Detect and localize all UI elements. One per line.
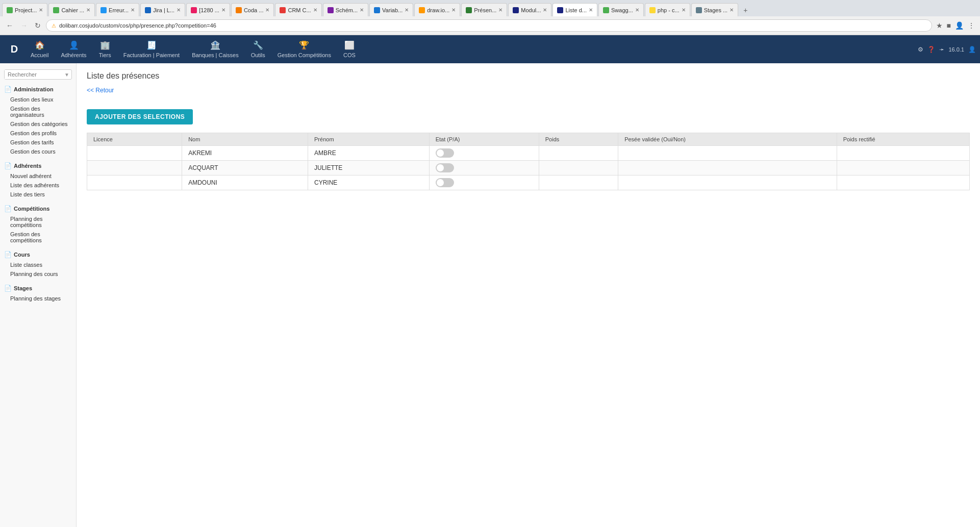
nav-label-tiers: Tiers — [99, 52, 111, 58]
tab-drawio[interactable]: draw.io...✕ — [414, 3, 460, 16]
section-icon-administration: 📄 — [4, 86, 12, 93]
tab-email[interactable]: [1280 ...✕ — [186, 3, 230, 16]
search-box[interactable]: ▼ — [4, 69, 72, 80]
search-input[interactable] — [5, 70, 62, 79]
info-icon: ➛ — [939, 46, 944, 53]
tab-jira[interactable]: Jira | L...✕ — [140, 3, 185, 16]
nav-icon-tiers: 🏢 — [100, 40, 110, 50]
sidebar-link-planning-competitions[interactable]: Planning des compétitions — [0, 214, 76, 230]
toggle-etat-2[interactable] — [436, 178, 454, 187]
sidebar: ▼ 📄AdministrationGestion des lieuxGestio… — [0, 63, 77, 527]
tab-project[interactable]: Project...✕ — [2, 3, 47, 16]
nav-items: 🏠Accueil👤Adhérents🏢Tiers🧾Facturation | P… — [24, 35, 918, 63]
tab-stages[interactable]: Stages ...✕ — [691, 3, 738, 16]
nav-item-accueil[interactable]: 🏠Accueil — [24, 35, 55, 63]
sidebar-link-gestion-lieux[interactable]: Gestion des lieux — [0, 95, 76, 104]
toggle-slider-0 — [436, 148, 454, 158]
new-tab-button[interactable]: + — [739, 4, 751, 16]
nav-right: ⚙ ❓ ➛ 16.0.1 👤 — [918, 46, 976, 53]
nav-icon-banques: 🏦 — [210, 40, 220, 50]
cell-pesee-validee-1 — [618, 161, 837, 175]
cell-licence-2 — [87, 175, 182, 190]
tab-listed[interactable]: Liste d...✕ — [552, 3, 597, 16]
tab-presen[interactable]: Présen...✕ — [461, 3, 507, 16]
sidebar-link-planning-cours[interactable]: Planning des cours — [0, 269, 76, 279]
tab-variab[interactable]: Variab...✕ — [369, 3, 413, 16]
section-title-adherents: Adhérents — [14, 163, 41, 169]
table-row: ACQUARTJULIETTE — [87, 161, 970, 175]
cell-nom-0: AKREMI — [182, 146, 308, 161]
address-bar[interactable]: ⚠ dolibarr.cosjudo/custom/cos/php/presen… — [46, 19, 932, 32]
nav-icon-facturation: 🧾 — [146, 40, 157, 50]
nav-icon-adherents: 👤 — [69, 40, 79, 50]
reload-button[interactable]: ↻ — [33, 20, 43, 31]
cell-prenom-0: AMBRE — [308, 146, 430, 161]
app-logo[interactable]: D — [4, 43, 24, 55]
sidebar-link-gestion-tarifs[interactable]: Gestion des tarifs — [0, 138, 76, 147]
bookmark-button[interactable]: ★ — [935, 20, 944, 31]
sidebar-link-gestion-profils[interactable]: Gestion des profils — [0, 129, 76, 138]
nav-label-outils: Outils — [251, 52, 265, 58]
table-body: AKREMIAMBREACQUARTJULIETTEAMDOUNICYRINE — [87, 146, 970, 190]
add-selections-button[interactable]: AJOUTER DES SELECTIONS — [87, 109, 193, 124]
sidebar-link-gestion-organisateurs[interactable]: Gestion des organisateurs — [0, 104, 76, 119]
tab-module[interactable]: Modul...✕ — [508, 3, 551, 16]
toggle-etat-0[interactable] — [436, 148, 454, 158]
toggle-slider-2 — [436, 178, 454, 187]
table-header: LicenceNomPrénomEtat (P/A)PoidsPesée val… — [87, 133, 970, 146]
nav-item-outils[interactable]: 🔧Outils — [245, 35, 271, 63]
sidebar-link-planning-stages[interactable]: Planning des stages — [0, 294, 76, 303]
cell-poids-0 — [539, 146, 618, 161]
sidebar-link-gestion-competitions[interactable]: Gestion des compétitions — [0, 230, 76, 245]
menu-button[interactable]: ⋮ — [967, 20, 976, 31]
tab-phpd[interactable]: php - c...✕ — [645, 3, 690, 16]
profile-button[interactable]: 👤 — [954, 20, 965, 31]
sidebar-section-administration: 📄AdministrationGestion des lieuxGestion … — [0, 84, 76, 156]
sidebar-link-nouvel-adherent[interactable]: Nouvel adhérent — [0, 171, 76, 181]
tab-schema[interactable]: Schém...✕ — [323, 3, 368, 16]
cell-prenom-2: CYRINE — [308, 175, 430, 190]
tab-swaggo[interactable]: Swagg...✕ — [598, 3, 644, 16]
cell-etat-0[interactable] — [429, 146, 539, 161]
tab-coda[interactable]: Coda ...✕ — [231, 3, 274, 16]
cell-licence-0 — [87, 146, 182, 161]
presence-table: LicenceNomPrénomEtat (P/A)PoidsPesée val… — [87, 133, 970, 190]
nav-item-banques[interactable]: 🏦Banques | Caisses — [186, 35, 245, 63]
extensions-button[interactable]: ■ — [946, 20, 952, 31]
back-link[interactable]: << Retour — [87, 87, 114, 94]
search-caret-icon: ▼ — [62, 70, 71, 79]
version-label: 16.0.1 — [948, 46, 964, 53]
address-bar-actions: ★ ■ 👤 ⋮ — [935, 20, 976, 31]
nav-item-cos[interactable]: ⬜COS — [337, 35, 362, 63]
page-title: Liste des présences — [87, 71, 970, 81]
sidebar-link-gestion-categories[interactable]: Gestion des catégories — [0, 119, 76, 129]
cell-etat-2[interactable] — [429, 175, 539, 190]
main-content: Liste des présences << Retour AJOUTER DE… — [77, 63, 980, 527]
nav-item-tiers[interactable]: 🏢Tiers — [93, 35, 117, 63]
nav-item-gestion-competitions[interactable]: 🏆Gestion Compétitions — [271, 35, 337, 63]
security-icon: ⚠ — [52, 23, 56, 29]
col-header-pesee-validee: Pesée validée (Oui/Non) — [618, 133, 837, 146]
tab-cahier[interactable]: Cahier ...✕ — [48, 3, 95, 16]
cell-poids-rectifie-0 — [837, 146, 969, 161]
nav-item-facturation[interactable]: 🧾Facturation | Paiement — [117, 35, 186, 63]
sidebar-link-liste-classes[interactable]: Liste classes — [0, 260, 76, 269]
toggle-etat-1[interactable] — [436, 163, 454, 172]
user-avatar[interactable]: 👤 — [968, 46, 976, 53]
cell-poids-rectifie-2 — [837, 175, 969, 190]
tab-erreur[interactable]: Erreur...✕ — [96, 3, 139, 16]
cell-etat-1[interactable] — [429, 161, 539, 175]
nav-icon-cos: ⬜ — [344, 40, 355, 50]
nav-item-adherents[interactable]: 👤Adhérents — [55, 35, 92, 63]
nav-icon-outils: 🔧 — [253, 40, 263, 50]
forward-nav-button[interactable]: → — [18, 20, 30, 31]
tab-crm[interactable]: CRM C...✕ — [275, 3, 321, 16]
back-nav-button[interactable]: ← — [4, 20, 15, 31]
table-row: AMDOUNICYRINE — [87, 175, 970, 190]
sidebar-section-stages: 📄StagesPlanning des stages — [0, 283, 76, 303]
sidebar-link-gestion-cours[interactable]: Gestion des cours — [0, 147, 76, 156]
section-title-stages: Stages — [14, 285, 32, 291]
sidebar-section-title-cours: 📄Cours — [0, 249, 76, 260]
sidebar-link-liste-tiers[interactable]: Liste des tiers — [0, 190, 76, 199]
sidebar-link-liste-adherents[interactable]: Liste des adhérents — [0, 181, 76, 190]
